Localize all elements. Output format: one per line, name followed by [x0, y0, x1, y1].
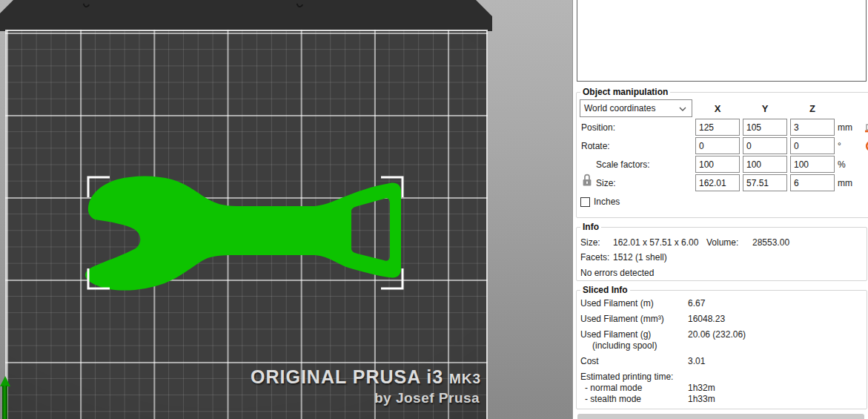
- rotate-label: Rotate:: [580, 141, 692, 151]
- scale-unit: %: [838, 159, 861, 170]
- stealth-mode-label: - stealth mode: [585, 394, 688, 405]
- info-facets-label: Facets:: [580, 251, 613, 263]
- scale-y-input[interactable]: [743, 156, 787, 173]
- position-y-input[interactable]: [743, 119, 787, 136]
- used-filament-mm3-value: 16048.23: [688, 314, 725, 325]
- used-filament-g-value: 20.06 (232.06): [688, 329, 746, 340]
- used-filament-g-row: Used Filament (g) 20.06 (232.06): [580, 329, 865, 340]
- y-axis-arrow-shaft: [2, 386, 7, 419]
- position-unit: mm: [838, 122, 861, 133]
- size-x-input[interactable]: [695, 174, 740, 191]
- position-label: Position:: [580, 122, 692, 133]
- info-volume-label: Volume:: [706, 237, 752, 248]
- axis-header-z: Z: [790, 103, 835, 114]
- collapsed-bottom-panel: [577, 414, 864, 419]
- size-unit: mm: [838, 178, 861, 188]
- object-manipulation-grid: World coordinates X Y Z Position: mm: [580, 99, 868, 191]
- inches-checkbox[interactable]: [580, 197, 590, 207]
- drop-to-bed-icon[interactable]: [864, 122, 868, 133]
- wrench-model[interactable]: [85, 176, 401, 291]
- object-manipulation-title: Object manipulation: [583, 87, 668, 97]
- normal-mode-row: - normal mode 1h32m: [585, 383, 865, 394]
- printing-time-label: Estimated printing time:: [580, 372, 865, 383]
- rotate-y-input[interactable]: [743, 137, 787, 154]
- uniform-scale-lock[interactable]: [582, 173, 592, 189]
- y-axis-arrow-icon: [0, 376, 10, 386]
- info-status: No errors detected: [580, 267, 865, 279]
- info-volume-value: 28553.00: [752, 237, 789, 248]
- inches-row: Inches: [580, 197, 868, 207]
- position-z-input[interactable]: [790, 119, 835, 136]
- cost-label: Cost: [580, 356, 688, 367]
- chevron-down-icon: [679, 107, 686, 111]
- scale-x-input[interactable]: [695, 156, 740, 173]
- sliced-info-title: Sliced Info: [583, 285, 628, 295]
- normal-mode-label: - normal mode: [585, 383, 688, 394]
- scale-z-input[interactable]: [790, 156, 835, 173]
- object-manipulation-panel: Object manipulation World coordinates X …: [576, 87, 868, 218]
- position-x-input[interactable]: [695, 119, 740, 136]
- sliced-info-panel: Sliced Info Used Filament (m) 6.67 Used …: [576, 285, 867, 409]
- used-filament-mm3-row: Used Filament (mm³) 16048.23: [580, 314, 865, 325]
- rotate-unit: °: [838, 141, 861, 151]
- used-filament-mm3-label: Used Filament (mm³): [580, 314, 688, 325]
- lock-icon: [582, 173, 592, 187]
- used-filament-m-label: Used Filament (m): [580, 298, 688, 309]
- rotate-z-input[interactable]: [790, 137, 835, 154]
- info-facets-value: 1512 (1 shell): [613, 251, 667, 263]
- info-size-value: 162.01 x 57.51 x 6.00: [613, 237, 706, 248]
- stealth-mode-row: - stealth mode 1h33m: [585, 394, 865, 405]
- object-list-box[interactable]: [577, 0, 867, 82]
- coordinates-dropdown-value: World coordinates: [584, 103, 656, 113]
- size-label: Size:: [580, 178, 692, 188]
- cost-row: Cost 3.01: [580, 356, 865, 367]
- used-filament-m-value: 6.67: [688, 298, 705, 309]
- info-title: Info: [583, 222, 599, 232]
- info-size-label: Size:: [580, 237, 613, 248]
- used-filament-m-row: Used Filament (m) 6.67: [580, 298, 865, 309]
- stealth-mode-value: 1h33m: [688, 394, 715, 405]
- cost-value: 3.01: [688, 356, 705, 367]
- used-filament-g-label: Used Filament (g): [580, 329, 688, 340]
- scale-factors-label: Scale factors:: [580, 159, 692, 170]
- axis-header-x: X: [695, 103, 740, 114]
- info-facets-row: Facets: 1512 (1 shell): [580, 251, 865, 263]
- rotate-x-input[interactable]: [695, 137, 740, 154]
- size-y-input[interactable]: [743, 174, 787, 191]
- normal-mode-value: 1h32m: [688, 383, 715, 394]
- including-spool-label: (including spool): [592, 340, 865, 352]
- prusaslicer-window: ORIGINAL PRUSA i3 MK3 by Josef Prusa Obj…: [0, 0, 868, 419]
- size-z-input[interactable]: [790, 174, 835, 191]
- 3d-viewport[interactable]: ORIGINAL PRUSA i3 MK3 by Josef Prusa: [0, 0, 572, 419]
- info-panel: Info Size: 162.01 x 57.51 x 6.00 Volume:…: [576, 222, 867, 281]
- scene-overlay: [0, 0, 572, 419]
- rotate-reset-icon[interactable]: [864, 139, 868, 153]
- inches-label: Inches: [594, 197, 620, 207]
- axis-header-y: Y: [743, 103, 787, 114]
- right-sidebar: Object manipulation World coordinates X …: [572, 0, 868, 419]
- coordinates-dropdown[interactable]: World coordinates: [580, 99, 692, 117]
- info-size-row: Size: 162.01 x 57.51 x 6.00 Volume: 2855…: [580, 237, 865, 248]
